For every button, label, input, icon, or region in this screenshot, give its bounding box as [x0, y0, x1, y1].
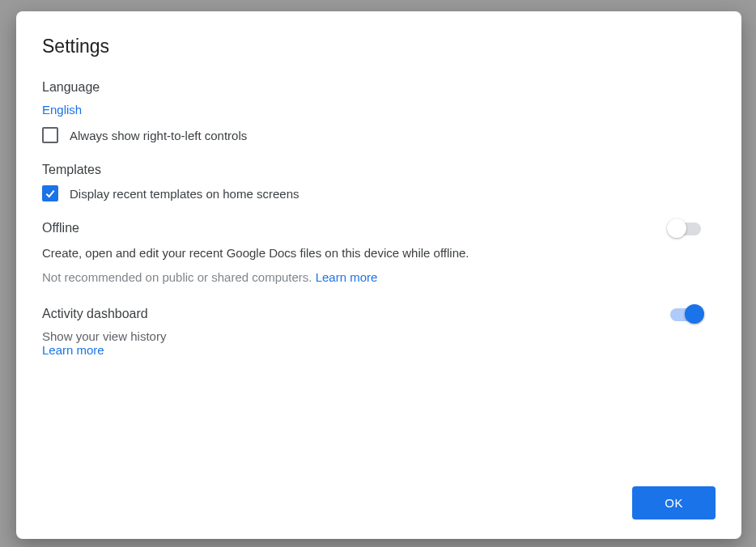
dialog-title: Settings	[42, 36, 716, 57]
activity-learn-more-link[interactable]: Learn more	[42, 343, 104, 357]
rtl-checkbox-row: Always show right-to-left controls	[42, 127, 716, 143]
offline-hint: Not recommended on public or shared comp…	[42, 270, 316, 284]
offline-hint-row: Not recommended on public or shared comp…	[42, 268, 670, 287]
templates-checkbox-row: Display recent templates on home screens	[42, 185, 716, 201]
templates-checkbox-label: Display recent templates on home screens	[70, 187, 299, 201]
templates-checkbox[interactable]	[42, 185, 58, 201]
activity-toggle[interactable]	[670, 308, 701, 321]
language-header: Language	[42, 80, 716, 95]
toggle-knob	[667, 218, 686, 238]
toggle-knob	[685, 304, 704, 324]
offline-description: Create, open and edit your recent Google…	[42, 244, 670, 263]
templates-section: Templates Display recent templates on ho…	[42, 163, 716, 201]
settings-dialog: Settings Language English Always show ri…	[16, 11, 741, 539]
language-current-link[interactable]: English	[42, 103, 82, 117]
activity-section: Activity dashboard Show your view histor…	[42, 307, 716, 358]
offline-header: Offline	[42, 221, 670, 235]
rtl-checkbox[interactable]	[42, 127, 58, 143]
dialog-footer: OK	[42, 486, 716, 519]
ok-button[interactable]: OK	[632, 486, 716, 519]
offline-section: Offline Create, open and edit your recen…	[42, 221, 716, 287]
templates-header: Templates	[42, 163, 716, 177]
language-section: Language English Always show right-to-le…	[42, 80, 716, 143]
activity-header: Activity dashboard	[42, 307, 670, 321]
checkmark-icon	[44, 187, 57, 200]
offline-toggle[interactable]	[670, 223, 701, 235]
offline-learn-more-link[interactable]: Learn more	[316, 270, 378, 284]
activity-description: Show your view history	[42, 329, 670, 343]
rtl-checkbox-label: Always show right-to-left controls	[70, 129, 247, 142]
